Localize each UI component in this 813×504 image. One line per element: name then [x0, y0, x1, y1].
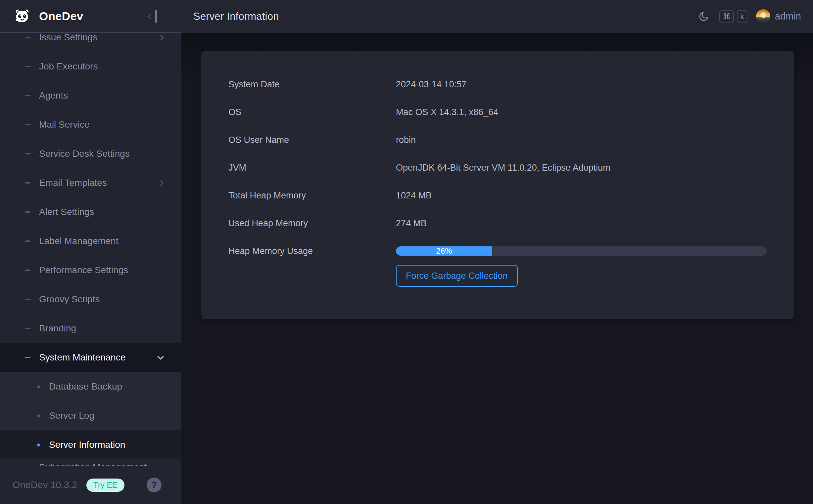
sidebar-item-service-desk-settings[interactable]: Service Desk Settings: [0, 139, 181, 168]
info-row: System Date 2024-03-14 10:57: [201, 70, 794, 98]
sidebar-subitem-database-backup[interactable]: Database Backup: [0, 372, 181, 401]
info-label: OS User Name: [229, 135, 396, 145]
dash-icon: [25, 182, 30, 184]
info-value: OpenJDK 64-Bit Server VM 11.0.20, Eclips…: [396, 163, 611, 173]
chevron-right-icon: [157, 34, 163, 40]
app-name: OneDev: [39, 10, 83, 23]
dash-icon: [25, 95, 30, 96]
sidebar-item-label-management[interactable]: Label Management: [0, 227, 181, 256]
info-row: OS User Name robin: [201, 126, 794, 154]
avatar: [756, 9, 770, 23]
sidebar-item-job-executors[interactable]: Job Executors: [0, 52, 181, 81]
force-gc-button[interactable]: Force Garbage Collection: [396, 265, 518, 287]
collapse-bar-icon: [155, 10, 157, 23]
collapse-sidebar-button[interactable]: [149, 10, 157, 23]
sidebar-footer: OneDev 10.3.2 Try EE: [0, 466, 181, 504]
sidebar-menu: Issue Settings Job Executors Agents Mail…: [0, 33, 181, 466]
dash-icon: [25, 240, 30, 242]
page-title: Server Information: [193, 11, 279, 22]
app-window: OneDev Issue Settings Job Executors Agen…: [0, 0, 813, 504]
sidebar-subitem-server-log[interactable]: Server Log: [0, 401, 181, 430]
dash-icon: [25, 37, 30, 38]
sidebar-item-agents[interactable]: Agents: [0, 81, 181, 110]
sidebar-item-email-templates[interactable]: Email Templates: [0, 168, 181, 197]
heap-usage-percent: 26%: [436, 246, 452, 256]
dark-mode-toggle[interactable]: [698, 11, 709, 22]
sidebar: OneDev Issue Settings Job Executors Agen…: [0, 0, 181, 504]
server-info-card: System Date 2024-03-14 10:57 OS Mac OS X…: [201, 51, 794, 319]
bullet-icon: [37, 385, 40, 388]
dash-icon: [25, 211, 30, 213]
topbar: Server Information ⌘ k admin: [181, 0, 813, 33]
username: admin: [775, 11, 801, 22]
try-ee-badge[interactable]: Try EE: [86, 479, 124, 492]
topbar-actions: ⌘ k admin: [698, 9, 801, 23]
dash-icon: [25, 357, 30, 358]
info-value: robin: [396, 135, 416, 145]
info-row: JVM OpenJDK 64-Bit Server VM 11.0.20, Ec…: [201, 154, 794, 182]
info-label: Total Heap Memory: [229, 190, 396, 201]
sidebar-item-performance-settings[interactable]: Performance Settings: [0, 256, 181, 285]
sidebar-item-issue-settings[interactable]: Issue Settings: [0, 33, 181, 52]
bullet-icon: [37, 414, 40, 417]
dash-icon: [25, 299, 30, 300]
question-mark-icon: [147, 478, 161, 492]
info-row: Total Heap Memory 1024 MB: [201, 182, 794, 209]
info-label: System Date: [229, 79, 396, 90]
info-value: 2024-03-14 10:57: [396, 79, 466, 90]
sidebar-item-subscription-management[interactable]: Subscription Management: [0, 453, 181, 466]
info-value: Mac OS X 14.3.1, x86_64: [396, 107, 498, 117]
bullet-icon: [37, 443, 40, 446]
main-content: System Date 2024-03-14 10:57 OS Mac OS X…: [181, 33, 813, 504]
dash-icon: [25, 328, 30, 329]
info-label: OS: [229, 107, 396, 117]
moon-icon: [698, 11, 709, 22]
dash-icon: [25, 66, 30, 67]
info-row: Used Heap Memory 274 MB: [201, 209, 794, 237]
dash-icon: [25, 124, 30, 125]
info-label: JVM: [229, 163, 396, 173]
info-label: Used Heap Memory: [229, 218, 396, 229]
cmd-key-badge[interactable]: ⌘: [719, 10, 734, 23]
version-label: OneDev 10.3.2: [13, 480, 77, 490]
sidebar-item-alert-settings[interactable]: Alert Settings: [0, 197, 181, 227]
onedev-logo-icon: [14, 8, 30, 24]
user-menu[interactable]: admin: [756, 9, 801, 23]
heap-usage-progressbar: 26%: [396, 246, 767, 256]
info-value: 1024 MB: [396, 190, 432, 201]
heap-usage-label: Heap Memory Usage: [229, 246, 396, 256]
sidebar-item-system-maintenance[interactable]: System Maintenance: [0, 343, 181, 372]
sidebar-header: OneDev: [0, 0, 181, 33]
dash-icon: [25, 153, 30, 154]
dash-icon: [25, 270, 30, 271]
gc-button-row: Force Garbage Collection: [201, 265, 794, 287]
heap-usage-row: Heap Memory Usage 26%: [201, 237, 794, 265]
info-value: 274 MB: [396, 218, 427, 229]
sidebar-item-branding[interactable]: Branding: [0, 314, 181, 343]
chevron-left-icon: [148, 13, 154, 20]
chevron-down-icon: [157, 353, 164, 360]
info-row: OS Mac OS X 14.3.1, x86_64: [201, 98, 794, 126]
chevron-right-icon: [157, 180, 163, 186]
k-key-badge[interactable]: k: [737, 10, 748, 23]
heap-usage-fill: 26%: [396, 246, 492, 256]
help-button[interactable]: [147, 478, 161, 492]
sidebar-item-groovy-scripts[interactable]: Groovy Scripts: [0, 285, 181, 314]
sidebar-item-mail-service[interactable]: Mail Service: [0, 110, 181, 139]
